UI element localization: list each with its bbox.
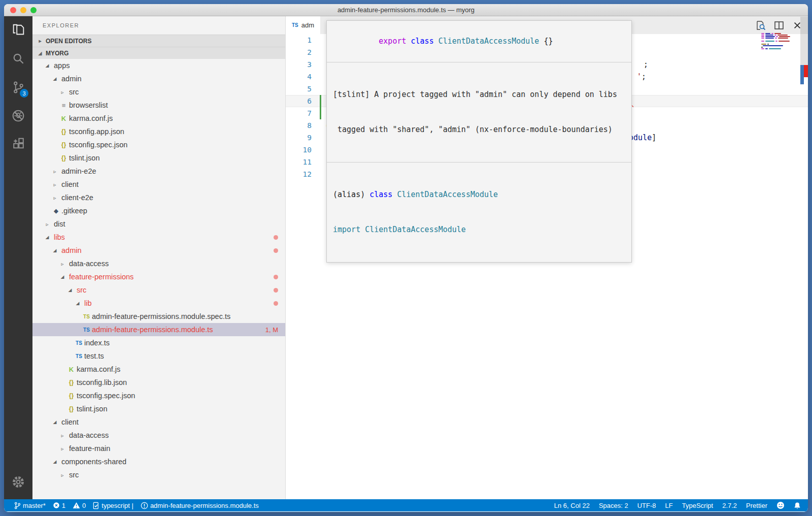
tree-item-src[interactable]: ◢src xyxy=(32,283,285,297)
feedback-smiley-icon xyxy=(776,501,785,509)
tree-item-label: client-e2e xyxy=(61,194,93,202)
minimap[interactable] xyxy=(761,33,796,51)
tree-item-client-e2e[interactable]: ▹client-e2e xyxy=(32,191,285,204)
status-item-utf-8[interactable]: UTF-8 xyxy=(637,502,656,509)
tree-item-tsconfig.app.json[interactable]: {}tsconfig.app.json xyxy=(32,125,285,138)
tree-item-data-access[interactable]: ▹data-access xyxy=(32,429,285,442)
tree-item-label: tslint.json xyxy=(77,405,107,413)
status-item-typescript[interactable]: TypeScript xyxy=(682,502,713,509)
hover-alias-block: (alias) class ClientDataAccessModule imp… xyxy=(327,162,631,262)
tree-item-apps[interactable]: ◢apps xyxy=(32,59,285,72)
tree-item-admin-feature-permissions.module.spec.ts[interactable]: TSadmin-feature-permissions.module.spec.… xyxy=(32,310,285,323)
tree-item-tslint.json[interactable]: {}tslint.json xyxy=(32,151,285,165)
line-number: 9 xyxy=(286,134,312,142)
tree-item-tsconfig.lib.json[interactable]: {}tsconfig.lib.json xyxy=(32,376,285,389)
tree-item-label: data-access xyxy=(69,431,109,439)
status-item-admin-feature-permissions-module-ts[interactable]: admin-feature-permissions.module.ts xyxy=(141,502,259,509)
workspace-root-section[interactable]: ◢ MYORG xyxy=(32,47,285,59)
token: (alias) xyxy=(333,190,369,199)
title-bar: admin-feature-permissions.module.ts — my… xyxy=(4,4,808,16)
tree-item-feature-permissions[interactable]: ◢feature-permissions xyxy=(32,270,285,283)
status-item-master-[interactable]: master* xyxy=(14,502,46,509)
chevron-down-icon: ◢ xyxy=(66,287,74,293)
chevron-down-icon: ◢ xyxy=(37,51,44,56)
tree-item-admin[interactable]: ◢admin xyxy=(32,244,285,257)
tree-item-data-access[interactable]: ▹data-access xyxy=(32,257,285,270)
settings-gear-icon[interactable] xyxy=(4,468,32,496)
line-number: 12 xyxy=(286,170,312,178)
open-preview-icon[interactable] xyxy=(754,19,767,32)
status-item-typescript-[interactable]: typescript | xyxy=(93,502,133,509)
chevron-right-icon: ▹ xyxy=(51,195,59,201)
close-icon[interactable] xyxy=(791,19,804,32)
status-item-ln-6-col-22[interactable]: Ln 6, Col 22 xyxy=(554,502,590,509)
chevron-right-icon: ▹ xyxy=(58,433,66,438)
status-item-lf[interactable]: LF xyxy=(665,502,673,509)
status-item-prettier[interactable]: Prettier xyxy=(746,502,767,509)
tree-item-client[interactable]: ◢client xyxy=(32,415,285,429)
minimap-seg xyxy=(761,41,764,42)
source-control-icon[interactable]: 3 xyxy=(4,73,32,102)
open-editors-section[interactable]: ▸ OPEN EDITORS xyxy=(32,35,285,47)
search-icon[interactable] xyxy=(4,45,32,73)
tree-item-label: .gitkeep xyxy=(61,207,87,215)
status-item[interactable] xyxy=(776,501,785,509)
tree-item-label: tsconfig.app.json xyxy=(69,127,124,136)
overview-error-mark xyxy=(804,65,808,77)
workspace-root-label: MYORG xyxy=(46,50,69,57)
tree-item-tsconfig.spec.json[interactable]: {}tsconfig.spec.json xyxy=(32,138,285,151)
tree-item-karma.conf.js[interactable]: Kkarma.conf.js xyxy=(32,363,285,376)
json-icon: {} xyxy=(58,154,69,162)
tree-item-dist[interactable]: ▹dist xyxy=(32,217,285,231)
tree-item-feature-main[interactable]: ▹feature-main xyxy=(32,442,285,455)
status-item-1[interactable]: 1 xyxy=(53,502,65,509)
debug-icon[interactable] xyxy=(4,102,32,130)
explorer-icon[interactable] xyxy=(4,16,32,45)
tree-item-lib[interactable]: ◢lib xyxy=(32,297,285,310)
minimap-seg xyxy=(779,36,790,37)
git-icon: ◆ xyxy=(51,208,61,214)
tree-item-tsconfig.spec.json[interactable]: {}tsconfig.spec.json xyxy=(32,389,285,402)
tree-item-karma.conf.js[interactable]: Kkarma.conf.js xyxy=(32,112,285,125)
tree-item-browserslist[interactable]: ≡browserslist xyxy=(32,99,285,112)
tree-item-client[interactable]: ▹client xyxy=(32,178,285,191)
status-label: 0 xyxy=(82,502,86,509)
tree-item-test.ts[interactable]: TStest.ts xyxy=(32,349,285,363)
status-item[interactable] xyxy=(794,502,801,509)
tree-item-src[interactable]: ▹src xyxy=(32,468,285,481)
tree-item-label: admin-feature-permissions.module.ts xyxy=(92,326,213,334)
chevron-right-icon: ▹ xyxy=(51,169,59,174)
status-item-spaces-2[interactable]: Spaces: 2 xyxy=(599,502,628,509)
status-item-2-7-2[interactable]: 2.7.2 xyxy=(722,502,737,509)
extensions-icon[interactable] xyxy=(4,130,32,158)
error-count-icon xyxy=(53,502,60,509)
line-number: 10 xyxy=(286,146,312,154)
chevron-right-icon: ▹ xyxy=(58,446,66,452)
gutter xyxy=(312,58,326,71)
hover-signature: export class ClientDataAccessModule {} xyxy=(327,21,631,62)
minimap-seg xyxy=(779,41,790,42)
scrollbar[interactable] xyxy=(800,16,808,499)
status-label: 2.7.2 xyxy=(722,502,737,509)
hover-tslint-message: [tslint] A project tagged with "admin" c… xyxy=(327,62,631,162)
tree-item-src[interactable]: ▹src xyxy=(32,85,285,99)
tree-item-admin-feature-permissions.module.ts[interactable]: TSadmin-feature-permissions.module.ts1, … xyxy=(32,323,285,336)
tree-item-admin-e2e[interactable]: ▹admin-e2e xyxy=(32,165,285,178)
tree-item-index.ts[interactable]: TSindex.ts xyxy=(32,336,285,349)
token: ClientDataAccessModule xyxy=(397,190,498,199)
line-number: 3 xyxy=(286,60,312,69)
tree-item-.gitkeep[interactable]: ◆.gitkeep xyxy=(32,204,285,217)
tab-admin-feature-permissions[interactable]: TS adm xyxy=(286,16,320,34)
status-item-0[interactable]: 0 xyxy=(73,502,86,509)
tree-item-components-shared[interactable]: ◢components-shared xyxy=(32,455,285,468)
minimap-seg xyxy=(763,45,783,46)
error-dot-badge xyxy=(274,288,278,293)
split-editor-icon[interactable] xyxy=(772,19,786,32)
tree-item-libs[interactable]: ◢libs xyxy=(32,231,285,244)
tree-item-label: karma.conf.js xyxy=(69,114,113,122)
tree-item-admin[interactable]: ◢admin xyxy=(32,72,285,85)
minimap-row xyxy=(761,47,796,48)
file-tree: ◢apps◢admin▹src≡browserslistKkarma.conf.… xyxy=(32,59,285,481)
tree-item-tslint.json[interactable]: {}tslint.json xyxy=(32,402,285,415)
minimap-row xyxy=(761,44,796,45)
